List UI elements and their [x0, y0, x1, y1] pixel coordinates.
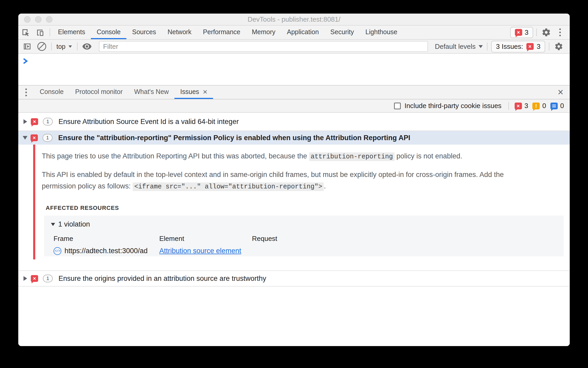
issue-row-trustworthy-origins[interactable]: × 1 Ensure the origins provided in an at…: [18, 270, 570, 287]
separator: [536, 28, 537, 36]
error-bubble-icon: ×: [515, 29, 522, 36]
console-settings-button[interactable]: [551, 42, 566, 51]
inline-code: attribution-reporting: [309, 152, 395, 161]
device-toolbar-icon: [36, 28, 45, 37]
log-levels-dropdown[interactable]: Default levels: [433, 43, 485, 51]
issue-row-event-id[interactable]: × 1 Ensure Attribution Source Event Id i…: [18, 113, 570, 131]
more-options-button[interactable]: [554, 26, 567, 39]
drawer-tab-bar: Console Protocol monitor What's New Issu…: [18, 85, 570, 99]
chevron-down-icon: [479, 45, 483, 48]
separator: [51, 43, 52, 50]
drawer-tab-console[interactable]: Console: [34, 86, 69, 99]
drawer-tab-issues[interactable]: Issues ×: [174, 86, 213, 99]
affected-resources-table: Frame Element Request </> https://adtech…: [54, 235, 557, 255]
issue-count-pill: 1: [43, 118, 53, 126]
error-count: 3: [525, 28, 528, 37]
warning-counter: ! 0: [532, 102, 546, 110]
error-bubble-icon: ×: [31, 134, 38, 141]
console-messages-area[interactable]: [18, 54, 570, 85]
checkbox-label: Include third-party cookie issues: [404, 102, 501, 110]
drawer-more-tools-button[interactable]: [18, 86, 34, 99]
tab-application[interactable]: Application: [281, 26, 325, 39]
console-prompt-icon: [22, 58, 29, 64]
affected-resources-panel: 1 violation Frame Element Request </> ht…: [44, 216, 564, 256]
titlebar: DevTools - publisher.test:8081/: [18, 14, 570, 26]
expand-arrow-icon[interactable]: [23, 119, 27, 124]
error-bubble-icon: ×: [31, 118, 38, 125]
error-bubble-icon: ×: [515, 103, 522, 109]
error-bubble-icon: ×: [526, 43, 534, 50]
issue-count-pill: 1: [43, 275, 53, 282]
violation-count-label: 1 violation: [58, 220, 90, 228]
issue-description-paragraph-1: This page tries to use the Attribution R…: [42, 150, 521, 163]
tab-sources[interactable]: Sources: [126, 26, 162, 39]
console-filter-input[interactable]: [99, 41, 428, 52]
drawer-tab-whats-new[interactable]: What's New: [128, 86, 175, 99]
inspect-cursor-icon: [21, 28, 30, 37]
inspect-element-button[interactable]: [18, 26, 33, 39]
tab-memory[interactable]: Memory: [246, 26, 281, 39]
drawer-tab-protocol-monitor[interactable]: Protocol monitor: [69, 86, 128, 99]
inline-code: <iframe src="..." allow="attribution-rep…: [133, 182, 324, 191]
issues-toolbar: Include third-party cookie issues × 3 ! …: [18, 99, 570, 113]
clear-console-button[interactable]: [34, 42, 49, 51]
expand-arrow-icon[interactable]: [23, 276, 27, 281]
tab-security[interactable]: Security: [325, 26, 360, 39]
sidebar-toggle-icon: [23, 42, 32, 51]
kebab-icon: [559, 28, 561, 30]
separator: [549, 43, 549, 50]
issue-title: Ensure the origins provided in an attrib…: [58, 275, 266, 283]
chevron-down-icon: [68, 45, 72, 48]
separator: [487, 43, 487, 50]
close-drawer-button[interactable]: ×: [551, 86, 570, 99]
column-header-frame: Frame: [54, 235, 159, 243]
frame-cell: </> https://adtech.test:3000/ad: [54, 247, 159, 255]
devtools-window: DevTools - publisher.test:8081/ Elements…: [18, 14, 570, 346]
frame-url[interactable]: https://adtech.test:3000/ad: [64, 247, 148, 255]
third-party-cookie-checkbox[interactable]: [394, 103, 401, 109]
issue-description-paragraph-2: This API is enabled by default in the to…: [42, 169, 521, 193]
collapse-arrow-icon: [51, 223, 55, 226]
eye-icon: [82, 41, 92, 51]
error-bubble-icon: ×: [31, 275, 38, 282]
violation-toggle[interactable]: 1 violation: [51, 220, 557, 228]
issues-list: × 1 Ensure Attribution Source Event Id i…: [18, 113, 570, 346]
close-issues-tab-button[interactable]: ×: [203, 88, 208, 96]
info-counter: 0: [550, 102, 564, 110]
frame-source-icon: </>: [54, 247, 61, 255]
clear-console-icon: [37, 42, 46, 51]
issue-row-permission-policy[interactable]: × 1 Ensure the "attribution-reporting" P…: [18, 131, 570, 145]
console-toolbar: top Default levels 3 Issues: × 3: [18, 40, 570, 54]
create-live-expression-button[interactable]: [80, 41, 94, 51]
tab-performance[interactable]: Performance: [197, 26, 246, 39]
tab-console[interactable]: Console: [91, 26, 126, 39]
separator: [50, 28, 50, 36]
window-title: DevTools - publisher.test:8081/: [18, 15, 570, 23]
issue-detail-body: This page tries to use the Attribution R…: [18, 145, 570, 270]
collapse-arrow-icon[interactable]: [23, 136, 27, 140]
show-console-sidebar-button[interactable]: [20, 42, 34, 51]
issues-count-badge-button[interactable]: × 3: [510, 27, 533, 38]
affected-resources-heading: AFFECTED RESOURCES: [46, 205, 570, 211]
main-tab-bar: Elements Console Sources Network Perform…: [18, 26, 570, 40]
attribution-source-element-link[interactable]: Attribution source element: [159, 247, 252, 255]
issues-counter-button[interactable]: 3 Issues: × 3: [491, 41, 545, 52]
error-counter: × 3: [515, 102, 528, 110]
settings-button[interactable]: [539, 26, 554, 39]
column-header-element: Element: [159, 235, 252, 243]
gear-icon: [554, 42, 563, 51]
tab-elements[interactable]: Elements: [52, 26, 91, 39]
issue-title: Ensure the "attribution-reporting" Permi…: [58, 134, 410, 142]
javascript-context-selector[interactable]: top: [54, 43, 75, 50]
error-severity-bar: [33, 145, 35, 259]
gear-icon: [542, 28, 551, 37]
tab-network[interactable]: Network: [162, 26, 197, 39]
close-icon: ×: [558, 87, 563, 98]
tab-lighthouse[interactable]: Lighthouse: [360, 26, 403, 39]
separator: [508, 102, 509, 110]
info-bubble-icon: [550, 103, 558, 109]
column-header-request: Request: [252, 235, 557, 243]
device-toolbar-button[interactable]: [33, 26, 48, 39]
kebab-icon: [25, 88, 27, 90]
separator: [77, 43, 78, 50]
